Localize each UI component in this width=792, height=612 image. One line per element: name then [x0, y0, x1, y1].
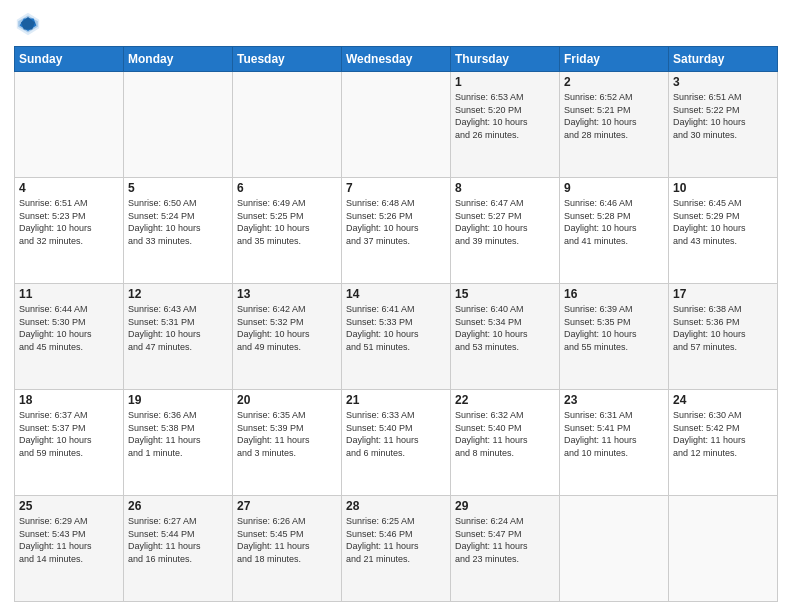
- day-info: Sunrise: 6:33 AM Sunset: 5:40 PM Dayligh…: [346, 409, 446, 459]
- calendar-cell: 17Sunrise: 6:38 AM Sunset: 5:36 PM Dayli…: [669, 284, 778, 390]
- day-number: 16: [564, 287, 664, 301]
- calendar-cell: 11Sunrise: 6:44 AM Sunset: 5:30 PM Dayli…: [15, 284, 124, 390]
- calendar-cell: 1Sunrise: 6:53 AM Sunset: 5:20 PM Daylig…: [451, 72, 560, 178]
- day-number: 13: [237, 287, 337, 301]
- day-info: Sunrise: 6:51 AM Sunset: 5:22 PM Dayligh…: [673, 91, 773, 141]
- day-info: Sunrise: 6:42 AM Sunset: 5:32 PM Dayligh…: [237, 303, 337, 353]
- day-info: Sunrise: 6:36 AM Sunset: 5:38 PM Dayligh…: [128, 409, 228, 459]
- week-row-2: 4Sunrise: 6:51 AM Sunset: 5:23 PM Daylig…: [15, 178, 778, 284]
- calendar-cell: 7Sunrise: 6:48 AM Sunset: 5:26 PM Daylig…: [342, 178, 451, 284]
- calendar-cell: 28Sunrise: 6:25 AM Sunset: 5:46 PM Dayli…: [342, 496, 451, 602]
- calendar-cell: 14Sunrise: 6:41 AM Sunset: 5:33 PM Dayli…: [342, 284, 451, 390]
- calendar-cell: 5Sunrise: 6:50 AM Sunset: 5:24 PM Daylig…: [124, 178, 233, 284]
- day-info: Sunrise: 6:49 AM Sunset: 5:25 PM Dayligh…: [237, 197, 337, 247]
- calendar-cell: [124, 72, 233, 178]
- week-row-3: 11Sunrise: 6:44 AM Sunset: 5:30 PM Dayli…: [15, 284, 778, 390]
- calendar-cell: 12Sunrise: 6:43 AM Sunset: 5:31 PM Dayli…: [124, 284, 233, 390]
- calendar-table: SundayMondayTuesdayWednesdayThursdayFrid…: [14, 46, 778, 602]
- calendar-cell: 25Sunrise: 6:29 AM Sunset: 5:43 PM Dayli…: [15, 496, 124, 602]
- day-info: Sunrise: 6:46 AM Sunset: 5:28 PM Dayligh…: [564, 197, 664, 247]
- day-info: Sunrise: 6:47 AM Sunset: 5:27 PM Dayligh…: [455, 197, 555, 247]
- day-info: Sunrise: 6:51 AM Sunset: 5:23 PM Dayligh…: [19, 197, 119, 247]
- day-info: Sunrise: 6:45 AM Sunset: 5:29 PM Dayligh…: [673, 197, 773, 247]
- day-number: 14: [346, 287, 446, 301]
- calendar-cell: 6Sunrise: 6:49 AM Sunset: 5:25 PM Daylig…: [233, 178, 342, 284]
- day-info: Sunrise: 6:40 AM Sunset: 5:34 PM Dayligh…: [455, 303, 555, 353]
- calendar-cell: 24Sunrise: 6:30 AM Sunset: 5:42 PM Dayli…: [669, 390, 778, 496]
- day-info: Sunrise: 6:31 AM Sunset: 5:41 PM Dayligh…: [564, 409, 664, 459]
- calendar-cell: 29Sunrise: 6:24 AM Sunset: 5:47 PM Dayli…: [451, 496, 560, 602]
- day-number: 25: [19, 499, 119, 513]
- calendar-cell: 16Sunrise: 6:39 AM Sunset: 5:35 PM Dayli…: [560, 284, 669, 390]
- day-number: 1: [455, 75, 555, 89]
- calendar-cell: 18Sunrise: 6:37 AM Sunset: 5:37 PM Dayli…: [15, 390, 124, 496]
- page: SundayMondayTuesdayWednesdayThursdayFrid…: [0, 0, 792, 612]
- day-number: 10: [673, 181, 773, 195]
- day-info: Sunrise: 6:30 AM Sunset: 5:42 PM Dayligh…: [673, 409, 773, 459]
- calendar-cell: 2Sunrise: 6:52 AM Sunset: 5:21 PM Daylig…: [560, 72, 669, 178]
- calendar-cell: [669, 496, 778, 602]
- day-number: 9: [564, 181, 664, 195]
- weekday-header-tuesday: Tuesday: [233, 47, 342, 72]
- day-number: 18: [19, 393, 119, 407]
- day-number: 11: [19, 287, 119, 301]
- day-number: 17: [673, 287, 773, 301]
- calendar-cell: 4Sunrise: 6:51 AM Sunset: 5:23 PM Daylig…: [15, 178, 124, 284]
- calendar-cell: 22Sunrise: 6:32 AM Sunset: 5:40 PM Dayli…: [451, 390, 560, 496]
- weekday-header-friday: Friday: [560, 47, 669, 72]
- day-info: Sunrise: 6:27 AM Sunset: 5:44 PM Dayligh…: [128, 515, 228, 565]
- day-info: Sunrise: 6:53 AM Sunset: 5:20 PM Dayligh…: [455, 91, 555, 141]
- day-info: Sunrise: 6:24 AM Sunset: 5:47 PM Dayligh…: [455, 515, 555, 565]
- day-number: 28: [346, 499, 446, 513]
- day-number: 7: [346, 181, 446, 195]
- calendar-cell: 8Sunrise: 6:47 AM Sunset: 5:27 PM Daylig…: [451, 178, 560, 284]
- day-info: Sunrise: 6:25 AM Sunset: 5:46 PM Dayligh…: [346, 515, 446, 565]
- calendar-cell: 3Sunrise: 6:51 AM Sunset: 5:22 PM Daylig…: [669, 72, 778, 178]
- day-info: Sunrise: 6:43 AM Sunset: 5:31 PM Dayligh…: [128, 303, 228, 353]
- day-number: 2: [564, 75, 664, 89]
- calendar-cell: 23Sunrise: 6:31 AM Sunset: 5:41 PM Dayli…: [560, 390, 669, 496]
- day-number: 29: [455, 499, 555, 513]
- day-number: 5: [128, 181, 228, 195]
- calendar-cell: 21Sunrise: 6:33 AM Sunset: 5:40 PM Dayli…: [342, 390, 451, 496]
- calendar-cell: 13Sunrise: 6:42 AM Sunset: 5:32 PM Dayli…: [233, 284, 342, 390]
- day-info: Sunrise: 6:37 AM Sunset: 5:37 PM Dayligh…: [19, 409, 119, 459]
- day-number: 20: [237, 393, 337, 407]
- logo-icon: [14, 10, 42, 38]
- weekday-header-monday: Monday: [124, 47, 233, 72]
- weekday-header-thursday: Thursday: [451, 47, 560, 72]
- week-row-5: 25Sunrise: 6:29 AM Sunset: 5:43 PM Dayli…: [15, 496, 778, 602]
- day-info: Sunrise: 6:48 AM Sunset: 5:26 PM Dayligh…: [346, 197, 446, 247]
- calendar-cell: 19Sunrise: 6:36 AM Sunset: 5:38 PM Dayli…: [124, 390, 233, 496]
- day-info: Sunrise: 6:35 AM Sunset: 5:39 PM Dayligh…: [237, 409, 337, 459]
- day-number: 4: [19, 181, 119, 195]
- day-info: Sunrise: 6:32 AM Sunset: 5:40 PM Dayligh…: [455, 409, 555, 459]
- day-info: Sunrise: 6:50 AM Sunset: 5:24 PM Dayligh…: [128, 197, 228, 247]
- day-info: Sunrise: 6:52 AM Sunset: 5:21 PM Dayligh…: [564, 91, 664, 141]
- calendar-cell: [560, 496, 669, 602]
- day-number: 3: [673, 75, 773, 89]
- day-number: 23: [564, 393, 664, 407]
- day-info: Sunrise: 6:26 AM Sunset: 5:45 PM Dayligh…: [237, 515, 337, 565]
- day-number: 27: [237, 499, 337, 513]
- weekday-header-sunday: Sunday: [15, 47, 124, 72]
- day-number: 24: [673, 393, 773, 407]
- calendar-cell: [233, 72, 342, 178]
- weekday-header-row: SundayMondayTuesdayWednesdayThursdayFrid…: [15, 47, 778, 72]
- logo: [14, 10, 46, 38]
- day-number: 6: [237, 181, 337, 195]
- calendar-cell: 20Sunrise: 6:35 AM Sunset: 5:39 PM Dayli…: [233, 390, 342, 496]
- weekday-header-saturday: Saturday: [669, 47, 778, 72]
- day-number: 8: [455, 181, 555, 195]
- calendar-cell: 10Sunrise: 6:45 AM Sunset: 5:29 PM Dayli…: [669, 178, 778, 284]
- week-row-1: 1Sunrise: 6:53 AM Sunset: 5:20 PM Daylig…: [15, 72, 778, 178]
- day-info: Sunrise: 6:44 AM Sunset: 5:30 PM Dayligh…: [19, 303, 119, 353]
- day-number: 19: [128, 393, 228, 407]
- calendar-cell: 27Sunrise: 6:26 AM Sunset: 5:45 PM Dayli…: [233, 496, 342, 602]
- calendar-cell: [342, 72, 451, 178]
- calendar-cell: 9Sunrise: 6:46 AM Sunset: 5:28 PM Daylig…: [560, 178, 669, 284]
- day-info: Sunrise: 6:41 AM Sunset: 5:33 PM Dayligh…: [346, 303, 446, 353]
- calendar-cell: [15, 72, 124, 178]
- weekday-header-wednesday: Wednesday: [342, 47, 451, 72]
- day-info: Sunrise: 6:39 AM Sunset: 5:35 PM Dayligh…: [564, 303, 664, 353]
